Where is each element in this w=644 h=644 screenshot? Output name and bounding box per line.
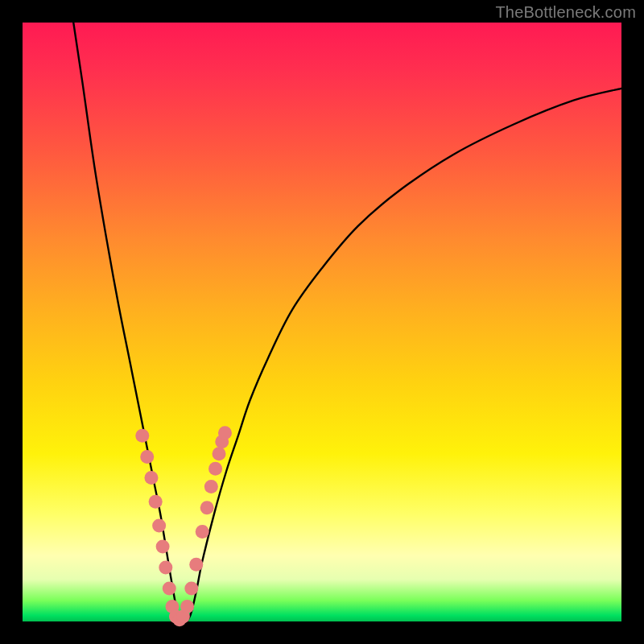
data-marker (196, 525, 209, 539)
data-marker (189, 558, 203, 572)
chart-frame: TheBottleneck.com (0, 0, 644, 644)
plot-area (23, 23, 621, 621)
data-marker (140, 450, 154, 464)
chart-svg (23, 23, 621, 621)
data-marker (135, 429, 149, 443)
data-marker (180, 600, 194, 613)
data-marker (204, 480, 218, 493)
data-marker (200, 501, 214, 514)
data-marker (152, 518, 166, 532)
watermark-label: TheBottleneck.com (495, 3, 636, 22)
curve-markers (135, 426, 232, 626)
data-marker (144, 471, 158, 485)
data-marker (184, 582, 198, 596)
data-marker (159, 561, 172, 575)
curve-line (73, 23, 621, 621)
data-marker (163, 582, 176, 596)
data-marker (213, 447, 226, 460)
data-marker (208, 462, 222, 476)
data-marker (156, 540, 170, 554)
data-marker (149, 495, 163, 509)
data-marker (218, 426, 232, 440)
